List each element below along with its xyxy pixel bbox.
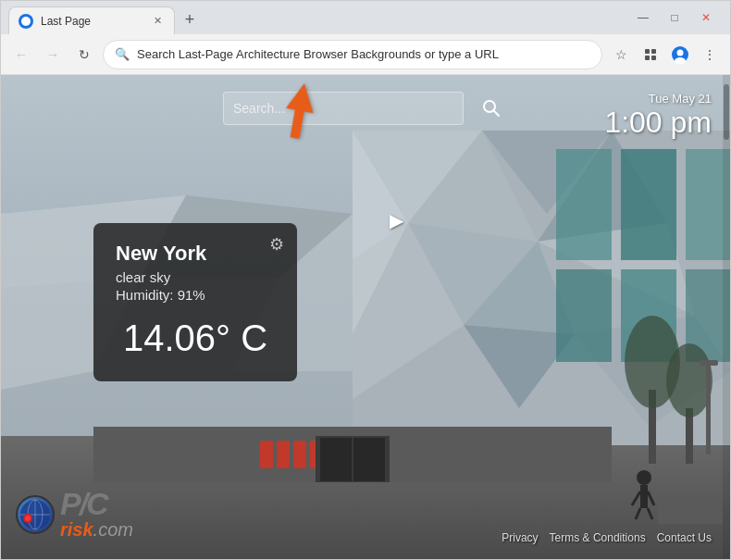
svg-rect-22 <box>556 149 612 260</box>
menu-button[interactable]: ⋮ <box>697 42 723 68</box>
extensions-button[interactable] <box>638 42 663 68</box>
logo-tld-text: .com <box>93 519 133 541</box>
logo-pc-text: P/C <box>60 488 107 519</box>
browser-window: Last Page ✕ + — □ ✕ ← → ↻ 🔍 Search Last-… <box>0 0 731 560</box>
svg-point-49 <box>637 470 651 485</box>
forward-button[interactable]: → <box>40 42 66 68</box>
svg-rect-44 <box>353 438 385 481</box>
weather-condition: clear sky <box>116 269 275 285</box>
tab-label: Last Page <box>41 15 142 28</box>
active-tab[interactable]: Last Page ✕ <box>8 6 175 34</box>
new-tab-button[interactable]: + <box>177 6 203 32</box>
svg-rect-3 <box>651 56 656 60</box>
svg-point-48 <box>666 343 712 417</box>
contact-link[interactable]: Contact Us <box>657 531 712 544</box>
svg-rect-23 <box>621 149 676 260</box>
weather-widget: ⚙ New York clear sky Humidity: 91% 14.06… <box>93 223 297 381</box>
svg-point-5 <box>677 49 684 56</box>
footer-links: Privacy Terms & Conditions Contact Us <box>502 531 730 548</box>
profile-button[interactable] <box>667 42 693 68</box>
weather-settings-icon[interactable]: ⚙ <box>269 234 284 255</box>
address-search-icon: 🔍 <box>115 47 130 61</box>
minimize-button[interactable]: — <box>630 5 656 31</box>
address-text: Search Last-Page Architecture Browser Ba… <box>137 47 590 61</box>
logo-risk-text: risk <box>60 519 93 541</box>
svg-rect-56 <box>700 360 718 366</box>
humidity-label: Humidity: <box>116 287 174 303</box>
scrollbar-thumb[interactable] <box>724 84 729 140</box>
logo-text-row: P/C <box>60 488 133 519</box>
maximize-button[interactable]: □ <box>662 5 688 31</box>
svg-rect-0 <box>645 49 650 54</box>
svg-rect-36 <box>277 441 290 468</box>
logo-brand-row: risk .com <box>60 519 133 541</box>
pcrisk-globe-icon <box>16 495 55 534</box>
tab-close-button[interactable]: ✕ <box>150 14 165 29</box>
time-display: 1:00 pm <box>604 106 712 140</box>
refresh-button[interactable]: ↻ <box>71 42 97 68</box>
svg-rect-2 <box>645 56 650 60</box>
navigation-bar: ← → ↻ 🔍 Search Last-Page Architecture Br… <box>1 34 730 75</box>
page-content: Search... Tue May 21 1:00 pm ▶ ⚙ N <box>1 75 730 559</box>
weather-humidity: Humidity: 91% <box>116 287 275 303</box>
svg-point-66 <box>25 516 31 521</box>
address-bar[interactable]: 🔍 Search Last-Page Architecture Browser … <box>103 40 602 69</box>
terms-link[interactable]: Terms & Conditions <box>550 531 646 544</box>
datetime-widget: Tue May 21 1:00 pm <box>604 92 712 140</box>
svg-rect-55 <box>706 362 711 454</box>
nav-actions: ☆ ⋮ <box>608 42 723 68</box>
svg-rect-43 <box>320 438 352 481</box>
privacy-link[interactable]: Privacy <box>502 531 538 544</box>
tab-favicon <box>19 14 33 29</box>
svg-rect-1 <box>651 49 656 54</box>
search-icon-button[interactable] <box>475 92 508 125</box>
svg-rect-35 <box>260 441 273 468</box>
svg-rect-25 <box>556 269 612 362</box>
weather-city: New York <box>116 242 275 266</box>
search-box[interactable]: Search... <box>223 92 464 125</box>
tab-bar: Last Page ✕ + — □ ✕ <box>1 1 730 34</box>
back-button[interactable]: ← <box>8 42 34 68</box>
pcrisk-brand: P/C risk .com <box>60 488 133 541</box>
date-display: Tue May 21 <box>604 92 712 106</box>
close-button[interactable]: ✕ <box>693 5 719 31</box>
weather-temperature: 14.06° C <box>116 317 275 359</box>
footer-bar: P/C risk .com Privacy Terms & Conditions… <box>1 504 730 559</box>
logo-area: P/C risk .com <box>1 488 133 548</box>
svg-rect-37 <box>293 441 306 468</box>
scrollbar[interactable] <box>723 75 730 559</box>
svg-point-58 <box>484 101 495 112</box>
bookmark-button[interactable]: ☆ <box>608 42 634 68</box>
humidity-value: 91% <box>178 287 205 303</box>
svg-line-59 <box>494 111 499 116</box>
svg-marker-60 <box>281 81 318 140</box>
